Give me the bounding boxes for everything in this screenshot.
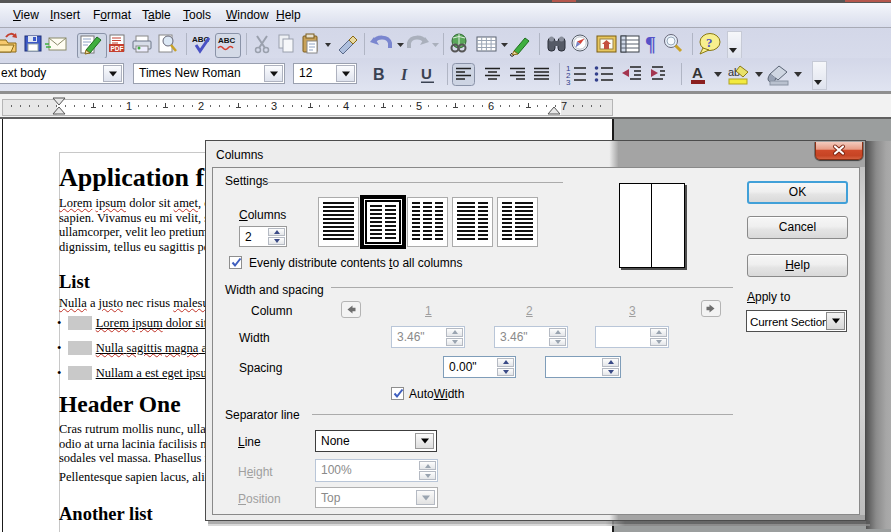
svg-text:A: A (692, 64, 703, 81)
svg-text:¶: ¶ (645, 33, 656, 55)
svg-text:?: ? (706, 35, 713, 50)
svg-text:B: B (373, 66, 385, 83)
svg-text:ABC: ABC (218, 36, 236, 45)
svg-text:3: 3 (566, 78, 571, 87)
svg-text:U: U (421, 65, 432, 82)
svg-text:PDF: PDF (111, 45, 124, 52)
svg-text:I: I (400, 66, 408, 83)
